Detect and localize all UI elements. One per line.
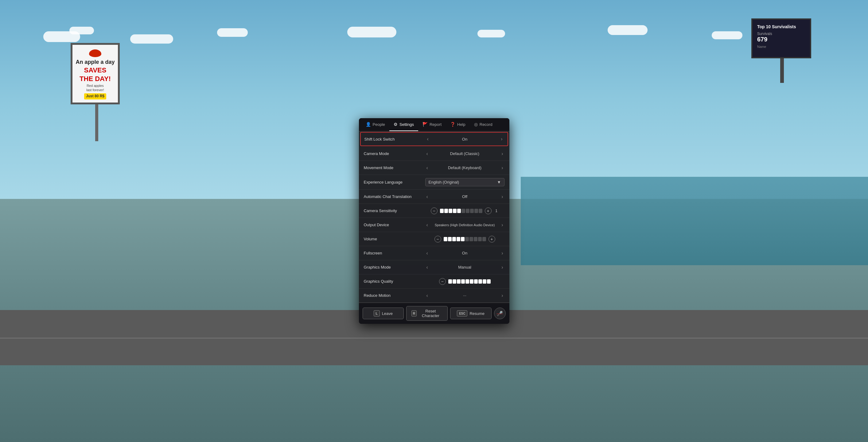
slider-seg bbox=[444, 209, 448, 213]
tab-people-label: People bbox=[373, 122, 385, 127]
tab-report-label: Report bbox=[430, 122, 441, 127]
reset-key: R bbox=[411, 310, 417, 316]
slider-seg bbox=[461, 279, 465, 284]
slider-seg bbox=[461, 237, 465, 241]
output-device-next[interactable]: › bbox=[500, 223, 504, 227]
tab-report[interactable]: 🚩 Report bbox=[418, 118, 446, 131]
settings-panel: 👤 People ⚙ Settings 🚩 Report ❓ Help ◎ Re… bbox=[359, 118, 509, 324]
camera-sensitivity-label: Camera Sensitivity bbox=[364, 209, 425, 213]
setting-row-fullscreen: Fullscreen ‹ On › bbox=[359, 246, 509, 260]
record-icon: ◎ bbox=[474, 122, 478, 127]
volume-slider[interactable] bbox=[444, 237, 486, 241]
leave-button[interactable]: L Leave bbox=[363, 308, 404, 319]
camera-sensitivity-control: − + 1 bbox=[425, 208, 504, 214]
output-device-prev[interactable]: ‹ bbox=[425, 223, 429, 227]
setting-row-reduce-motion: Reduce Motion ‹ ··· › bbox=[359, 288, 509, 303]
shift-lock-control: ‹ On › bbox=[426, 136, 504, 141]
resume-key: ESC bbox=[457, 310, 467, 316]
graphics-mode-control: ‹ Manual › bbox=[425, 265, 504, 270]
movement-mode-next[interactable]: › bbox=[500, 165, 504, 170]
slider-seg bbox=[487, 279, 491, 284]
slider-seg bbox=[466, 209, 469, 213]
volume-increase[interactable]: + bbox=[489, 236, 495, 243]
auto-chat-prev[interactable]: ‹ bbox=[425, 194, 429, 199]
slider-seg bbox=[478, 279, 482, 284]
mic-icon: 🎤 bbox=[497, 311, 503, 316]
modal-overlay: 👤 People ⚙ Settings 🚩 Report ❓ Help ◎ Re… bbox=[0, 0, 868, 442]
tab-record[interactable]: ◎ Record bbox=[470, 118, 497, 131]
setting-row-shift-lock: Shift Lock Switch ‹ On › bbox=[360, 132, 508, 146]
slider-seg bbox=[448, 279, 452, 284]
movement-mode-prev[interactable]: ‹ bbox=[425, 165, 429, 170]
camera-mode-prev[interactable]: ‹ bbox=[425, 151, 429, 156]
fullscreen-value: On bbox=[432, 251, 498, 255]
slider-seg bbox=[469, 237, 473, 241]
tab-record-label: Record bbox=[479, 122, 493, 127]
fullscreen-next[interactable]: › bbox=[500, 251, 504, 256]
experience-language-dropdown[interactable]: English (Original) ▼ bbox=[425, 178, 504, 186]
slider-seg bbox=[452, 237, 456, 241]
slider-seg bbox=[478, 237, 482, 241]
tab-help[interactable]: ❓ Help bbox=[446, 118, 470, 131]
fullscreen-control: ‹ On › bbox=[425, 251, 504, 256]
slider-seg bbox=[470, 209, 474, 213]
graphics-mode-label: Graphics Mode bbox=[364, 265, 425, 270]
camera-sensitivity-slider[interactable] bbox=[440, 209, 483, 213]
resume-button[interactable]: ESC Resume bbox=[450, 308, 492, 319]
leave-label: Leave bbox=[382, 311, 393, 316]
setting-row-output-device: Output Device ‹ Speakers (High Definitio… bbox=[359, 218, 509, 232]
camera-sensitivity-decrease[interactable]: − bbox=[431, 208, 437, 214]
shift-lock-prev[interactable]: ‹ bbox=[426, 136, 430, 141]
camera-sensitivity-value: 1 bbox=[494, 209, 499, 213]
slider-seg bbox=[462, 209, 465, 213]
setting-row-graphics-quality: Graphics Quality − bbox=[359, 275, 509, 288]
camera-mode-value: Default (Classic) bbox=[432, 151, 498, 156]
graphics-mode-next[interactable]: › bbox=[500, 265, 504, 270]
experience-language-value: English (Original) bbox=[429, 180, 459, 185]
volume-control: − + bbox=[425, 236, 504, 243]
camera-mode-next[interactable]: › bbox=[500, 151, 504, 156]
tab-people[interactable]: 👤 People bbox=[361, 118, 389, 131]
graphics-quality-control: − bbox=[425, 278, 504, 285]
graphics-quality-slider[interactable] bbox=[448, 279, 491, 284]
fullscreen-prev[interactable]: ‹ bbox=[425, 251, 429, 256]
tab-settings[interactable]: ⚙ Settings bbox=[389, 118, 418, 131]
auto-chat-label: Automatic Chat Translation bbox=[364, 194, 425, 199]
movement-mode-label: Movement Mode bbox=[364, 165, 425, 170]
people-icon: 👤 bbox=[366, 122, 371, 127]
slider-seg bbox=[444, 237, 447, 241]
auto-chat-value: Off bbox=[432, 194, 498, 199]
tab-help-label: Help bbox=[457, 122, 465, 127]
camera-sensitivity-increase[interactable]: + bbox=[485, 208, 492, 214]
action-bar: L Leave R Reset Character ESC Resume 🎤 bbox=[359, 303, 509, 324]
slider-seg bbox=[483, 237, 486, 241]
reset-character-button[interactable]: R Reset Character bbox=[406, 306, 448, 321]
setting-row-graphics-mode: Graphics Mode ‹ Manual › bbox=[359, 260, 509, 275]
experience-language-control: English (Original) ▼ bbox=[425, 178, 504, 186]
report-icon: 🚩 bbox=[423, 122, 428, 127]
setting-row-experience-language: Experience Language English (Original) ▼ bbox=[359, 175, 509, 190]
setting-row-camera-mode: Camera Mode ‹ Default (Classic) › bbox=[359, 147, 509, 161]
camera-mode-label: Camera Mode bbox=[364, 151, 425, 156]
slider-seg bbox=[457, 237, 460, 241]
reduce-motion-next[interactable]: › bbox=[500, 293, 504, 298]
shift-lock-next[interactable]: › bbox=[500, 136, 503, 141]
camera-mode-control: ‹ Default (Classic) › bbox=[425, 151, 504, 156]
auto-chat-next[interactable]: › bbox=[500, 194, 504, 199]
setting-row-movement-mode: Movement Mode ‹ Default (Keyboard) › bbox=[359, 161, 509, 175]
slider-seg bbox=[470, 279, 473, 284]
tab-bar: 👤 People ⚙ Settings 🚩 Report ❓ Help ◎ Re… bbox=[359, 118, 509, 131]
graphics-mode-prev[interactable]: ‹ bbox=[425, 265, 429, 270]
reduce-motion-prev[interactable]: ‹ bbox=[425, 293, 429, 298]
movement-mode-value: Default (Keyboard) bbox=[432, 165, 498, 170]
volume-decrease[interactable]: − bbox=[434, 236, 441, 243]
mic-button[interactable]: 🎤 bbox=[494, 308, 506, 319]
slider-seg bbox=[448, 209, 452, 213]
slider-seg bbox=[453, 279, 456, 284]
slider-seg bbox=[457, 209, 461, 213]
help-icon: ❓ bbox=[450, 122, 455, 127]
graphics-quality-decrease[interactable]: − bbox=[439, 278, 446, 285]
reduce-motion-label: Reduce Motion bbox=[364, 293, 425, 298]
reset-label: Reset Character bbox=[419, 309, 442, 318]
experience-language-label: Experience Language bbox=[364, 180, 425, 185]
